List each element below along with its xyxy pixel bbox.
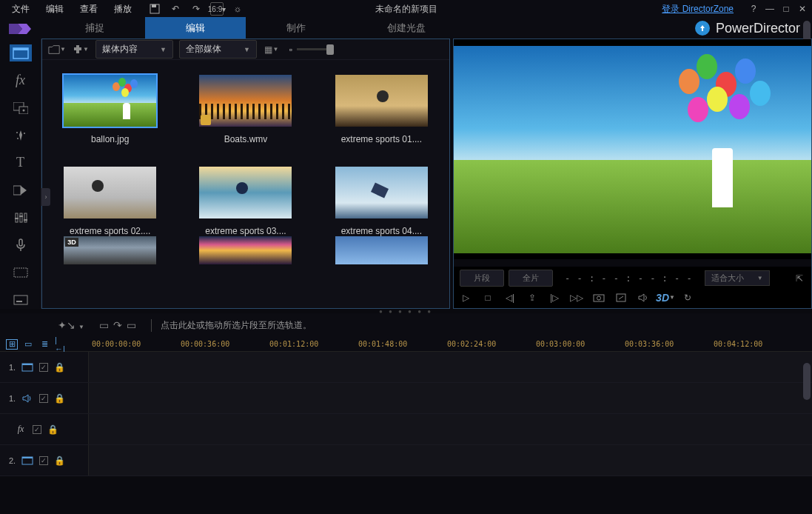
track-lock-icon[interactable]: 🔒 [47,424,58,435]
media-item[interactable]: extreme sports 02.... [50,167,170,236]
track-lane[interactable] [89,383,812,413]
preview-zoom-dropdown[interactable]: 适合大小▼ [705,270,770,286]
library-view-icon[interactable]: ▦ ▼ [263,42,281,57]
step-icon[interactable]: ⇪ [526,292,538,304]
audio-mix-room-icon[interactable] [10,210,32,227]
plugins-icon[interactable]: ▼ [72,42,90,57]
track-manager-icon[interactable]: ≣ [38,339,50,350]
preview-viewport[interactable] [454,39,811,259]
magic-tools-icon[interactable]: ✦↘ ▼ [58,319,84,331]
media-item[interactable]: 3D [50,236,170,264]
menu-view[interactable]: 查看 [73,1,105,18]
fast-forward-icon[interactable]: ▷▷ [571,292,583,304]
audio-track: 1. ✓ 🔒 [0,383,812,414]
timeline-scrollbar[interactable] [803,363,811,400]
director-zone-link[interactable]: 登录 DirectorZone [662,3,734,16]
timeline-view-icon[interactable]: ▭ [22,339,34,350]
track-lane[interactable] [89,414,812,444]
next-frame-icon[interactable]: |▷ [548,292,560,304]
media-item[interactable]: extreme sports 04.... [321,167,442,236]
preview-undock-icon[interactable]: ⇱ [793,273,805,284]
title-bar: 文件 编辑 查看 播放 ↶ ↷ 16:9 ▾ ☼ 未命名的新项目 登录 Dire… [0,0,812,18]
volume-icon[interactable] [637,292,649,304]
settings-icon[interactable]: ☼ [231,2,244,16]
library-filter-dropdown[interactable]: 媒体内容▼ [95,40,173,59]
pip-room-icon[interactable] [10,99,32,116]
prev-frame-icon[interactable]: ◁| [504,292,516,304]
chapter-room-icon[interactable] [10,264,32,281]
tab-capture[interactable]: 捕捉 [44,17,145,39]
tool-icon[interactable]: ▭ [127,319,136,331]
clip-mode-button[interactable]: 片段 [460,270,504,287]
movie-mode-button[interactable]: 全片 [509,270,553,287]
help-icon[interactable]: ? [748,4,759,14]
track-visible-checkbox[interactable]: ✓ [39,456,48,465]
track-lock-icon[interactable]: 🔒 [54,362,65,373]
timeline-ruler[interactable]: 00:00:00:00 00:00:36:00 00:01:12:00 00:0… [89,337,812,351]
preview-quality-icon[interactable] [615,292,627,304]
room-sidebar: fx T [0,39,41,309]
import-media-icon[interactable]: ▼ [48,42,66,57]
fx-room-icon[interactable]: fx [10,72,32,89]
media-item[interactable]: ballon.jpg [50,75,170,144]
timeline-hint: 点击此处或拖动所选片段至所选轨道。 [151,319,312,332]
svg-rect-16 [24,219,27,221]
media-item[interactable]: extreme sports 03.... [185,167,306,236]
preview-scrubber[interactable] [454,259,811,267]
marker-icon[interactable]: |←| [55,339,67,350]
track-visible-checkbox[interactable]: ✓ [39,363,48,372]
track-visible-checkbox[interactable]: ✓ [33,425,41,434]
subtitle-room-icon[interactable] [10,292,32,309]
tab-produce[interactable]: 制作 [246,17,346,39]
media-item[interactable] [321,236,442,264]
svg-rect-13 [24,213,27,222]
media-item[interactable]: Boats.wmv [185,75,306,144]
tab-disc[interactable]: 创建光盘 [346,17,466,39]
timeline-view-icon[interactable]: ⊞ [6,339,18,350]
tool-icon[interactable]: ▭ [99,319,109,331]
maximize-icon[interactable]: □ [781,4,791,14]
stop-icon[interactable]: □ [482,292,494,304]
3d-toggle-icon[interactable]: 3D ▼ [660,292,671,304]
tab-edit[interactable]: 编辑 [145,17,246,39]
voiceover-room-icon[interactable] [10,237,32,254]
timeline: ⊞ ▭ ≣ |←| 00:00:00:00 00:00:36:00 00:01:… [0,337,812,476]
save-icon[interactable] [148,2,161,16]
menu-edit[interactable]: 编辑 [38,1,71,18]
redo-icon[interactable]: ↷ [189,2,203,16]
track-lock-icon[interactable]: 🔒 [54,455,65,466]
library-media-type-dropdown[interactable]: 全部媒体▼ [179,40,257,59]
close-icon[interactable]: ✕ [797,4,808,14]
track-lane[interactable] [89,352,812,382]
undo-icon[interactable]: ↶ [169,2,182,16]
svg-rect-17 [19,239,22,246]
thumbnail-size-slider[interactable]: ▫ [289,44,334,55]
brand-upload-icon[interactable] [695,21,710,36]
svg-rect-20 [14,296,27,304]
media-room-icon[interactable] [10,44,32,61]
track-lane[interactable] [89,445,812,475]
transition-room-icon[interactable] [10,181,32,198]
particle-room-icon[interactable] [10,127,32,144]
tool-arrow-icon[interactable]: ↷ [113,319,122,331]
track-lock-icon[interactable]: 🔒 [54,393,65,404]
media-item[interactable]: extreme sports 01.... [321,75,442,144]
track-visible-checkbox[interactable]: ✓ [39,394,48,403]
timeline-toolbar: ✦↘ ▼ ▭ ↷ ▭ 点击此处或拖动所选片段至所选轨道。 [0,313,812,337]
preview-panel: 片段 全片 - - : - - : - - : - - 适合大小▼ ⇱ ▷ □ … [453,39,812,309]
aspect-ratio-selector[interactable]: 16:9 ▾ [210,2,224,16]
svg-point-7 [16,132,18,133]
loop-icon[interactable]: ↻ [682,292,694,304]
menu-play[interactable]: 播放 [107,1,139,18]
minimize-icon[interactable]: — [765,4,775,14]
snapshot-icon[interactable] [593,292,605,304]
title-room-icon[interactable]: T [10,154,32,171]
media-item[interactable] [185,236,306,264]
svg-rect-12 [20,213,22,222]
video-track: 2. ✓ 🔒 [0,445,812,476]
svg-rect-3 [13,48,28,50]
menu-file[interactable]: 文件 [4,1,37,18]
media-label: ballon.jpg [91,134,129,144]
svg-rect-26 [22,364,33,365]
play-icon[interactable]: ▷ [460,292,472,304]
